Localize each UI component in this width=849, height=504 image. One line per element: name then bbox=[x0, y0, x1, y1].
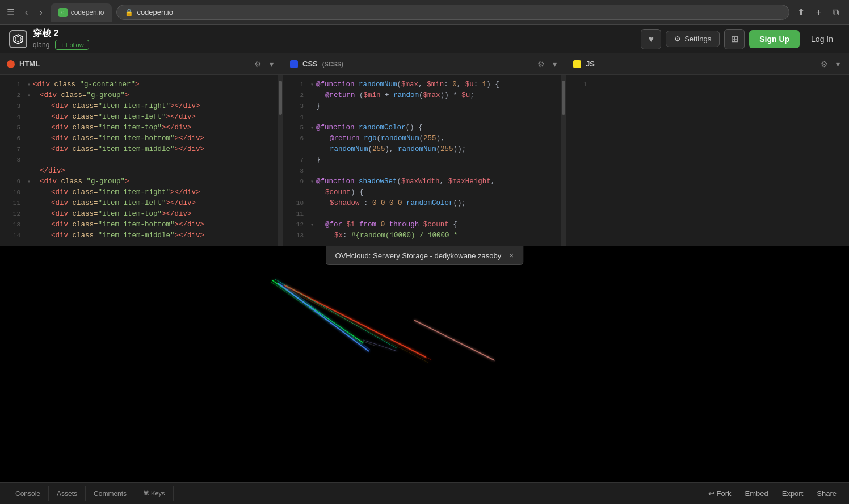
back-button[interactable]: ‹ bbox=[22, 5, 31, 20]
html-panel-header: HTML ⚙ ▾ bbox=[0, 53, 283, 75]
html-panel-title: HTML bbox=[7, 60, 40, 68]
tab-area: c codepen.io bbox=[51, 3, 112, 22]
new-tab-button[interactable]: + bbox=[813, 5, 825, 20]
svg-line-10 bbox=[275, 279, 397, 348]
code-line: 9▾<div class="g-group"> bbox=[0, 177, 283, 187]
js-code-area[interactable]: 1 bbox=[566, 75, 849, 246]
css-panel-header: CSS (SCSS) ⚙ ▾ bbox=[283, 53, 566, 75]
svg-line-4 bbox=[278, 283, 369, 351]
code-line: 5 <div class="item item-top"></div> bbox=[0, 123, 283, 133]
code-line: 10 $shadow : 0 0 0 0 randomColor(); bbox=[283, 198, 566, 209]
code-line: randomNum(255), randomNum(255)); bbox=[283, 144, 566, 155]
svg-line-9 bbox=[415, 321, 495, 361]
svg-line-11 bbox=[289, 287, 431, 360]
code-line: 3 <div class="item item-right"></div> bbox=[0, 101, 283, 112]
css-collapse-button[interactable]: ▾ bbox=[550, 58, 559, 70]
svg-marker-0 bbox=[14, 35, 23, 44]
code-line: 8 bbox=[0, 155, 283, 166]
console-tab[interactable]: Console bbox=[7, 486, 49, 501]
css-scrollbar-thumb bbox=[562, 81, 565, 115]
js-collapse-button[interactable]: ▾ bbox=[834, 58, 842, 70]
browser-chrome: ☰ ‹ › c codepen.io 🔒 codepen.io ⬆ + ⧉ bbox=[0, 0, 849, 25]
js-panel-header: JS ⚙ ▾ bbox=[566, 53, 849, 75]
code-line: 2 @return ($min + random($max)) * $u; bbox=[283, 90, 566, 101]
heart-button[interactable]: ♥ bbox=[641, 29, 661, 49]
code-line: 10 <div class="item item-right"></div> bbox=[0, 187, 283, 198]
share-button[interactable]: Share bbox=[811, 487, 842, 500]
css-settings-button[interactable]: ⚙ bbox=[535, 58, 547, 70]
tab-overview-button[interactable]: ⧉ bbox=[829, 5, 842, 20]
svg-line-3 bbox=[271, 282, 362, 345]
browser-actions: ⬆ + ⧉ bbox=[794, 5, 842, 20]
svg-line-8 bbox=[414, 320, 494, 360]
code-line: 12▾@for $i from 0 through $count { bbox=[283, 220, 566, 230]
code-line: 6 <div class="item item-bottom"></div> bbox=[0, 133, 283, 144]
share-browser-button[interactable]: ⬆ bbox=[794, 5, 808, 20]
fork-button[interactable]: ↩ Fork bbox=[703, 487, 737, 500]
code-line: 1 bbox=[566, 79, 849, 90]
embed-button[interactable]: Embed bbox=[739, 487, 774, 500]
code-line: </div> bbox=[0, 166, 283, 177]
grid-button[interactable]: ⊞ bbox=[724, 29, 745, 49]
comments-tab[interactable]: Comments bbox=[86, 486, 135, 501]
app-header: 穿梭 2 qiang + Follow ♥ ⚙ Settings ⊞ Sign … bbox=[0, 25, 849, 53]
address-bar[interactable]: 🔒 codepen.io bbox=[116, 5, 789, 20]
code-line: 11 bbox=[283, 209, 566, 220]
css-panel-title: CSS (SCSS) bbox=[290, 60, 343, 68]
html-collapse-button[interactable]: ▾ bbox=[267, 58, 276, 70]
css-indicator bbox=[290, 60, 298, 68]
logo-icon bbox=[9, 30, 27, 48]
js-panel-title: JS bbox=[573, 60, 595, 68]
html-indicator bbox=[7, 60, 15, 68]
embed-label: Embed bbox=[745, 489, 768, 498]
preview-canvas bbox=[0, 246, 849, 482]
code-line: 12 <div class="item item-top"></div> bbox=[0, 209, 283, 220]
notification-close-button[interactable]: × bbox=[509, 251, 514, 260]
editor-area: HTML ⚙ ▾ 1▾<div class="g-container"> 2▾<… bbox=[0, 53, 849, 246]
logo-area: 穿梭 2 qiang + Follow bbox=[9, 28, 641, 50]
html-settings-button[interactable]: ⚙ bbox=[252, 58, 264, 70]
assets-tab[interactable]: Assets bbox=[49, 486, 86, 501]
code-line: 13 <div class="item item-bottom"></div> bbox=[0, 220, 283, 230]
project-info: 穿梭 2 qiang + Follow bbox=[33, 28, 89, 50]
js-code-lines: 1 bbox=[566, 79, 849, 90]
html-panel: HTML ⚙ ▾ 1▾<div class="g-container"> 2▾<… bbox=[0, 53, 283, 246]
html-panel-controls: ⚙ ▾ bbox=[252, 58, 276, 70]
svg-line-5 bbox=[279, 282, 370, 350]
keys-tab[interactable]: ⌘ Keys bbox=[135, 486, 174, 501]
js-settings-button[interactable]: ⚙ bbox=[818, 58, 830, 70]
login-button[interactable]: Log In bbox=[804, 30, 840, 48]
svg-marker-1 bbox=[15, 36, 21, 42]
bottom-bar: Console Assets Comments ⌘ Keys ↩ Fork Em… bbox=[0, 482, 849, 504]
css-scrollbar[interactable] bbox=[561, 75, 566, 246]
follow-button[interactable]: + Follow bbox=[55, 40, 89, 50]
grid-icon: ⊞ bbox=[731, 33, 738, 44]
gear-icon: ⚙ bbox=[674, 35, 681, 43]
sidebar-toggle-icon[interactable]: ☰ bbox=[7, 7, 15, 18]
signup-button[interactable]: Sign Up bbox=[749, 30, 800, 48]
bottom-tabs: Console Assets Comments ⌘ Keys bbox=[7, 486, 703, 501]
code-line: 1▾@function randomNum($max, $min: 0, $u:… bbox=[283, 79, 566, 90]
settings-button[interactable]: ⚙ Settings bbox=[666, 31, 720, 47]
url-text: codepen.io bbox=[137, 8, 173, 16]
project-title: 穿梭 2 bbox=[33, 28, 89, 40]
tab-favicon: c bbox=[58, 8, 68, 17]
export-button[interactable]: Export bbox=[776, 487, 809, 500]
notification-text: OVHcloud: Serwery Storage - dedykowane z… bbox=[335, 251, 502, 260]
active-tab[interactable]: c codepen.io bbox=[51, 3, 112, 22]
html-scrollbar[interactable] bbox=[278, 75, 283, 246]
css-subtitle: (SCSS) bbox=[322, 61, 343, 68]
css-code-area[interactable]: 1▾@function randomNum($max, $min: 0, $u:… bbox=[283, 75, 566, 246]
svg-line-12 bbox=[287, 289, 428, 363]
css-code-lines: 1▾@function randomNum($max, $min: 0, $u:… bbox=[283, 79, 566, 241]
code-line: 4 <div class="item item-left"></div> bbox=[0, 112, 283, 123]
code-line: 14 <div class="item item-middle"></div> bbox=[0, 230, 283, 241]
html-code-area[interactable]: 1▾<div class="g-container"> 2▾<div class… bbox=[0, 75, 283, 246]
heart-icon: ♥ bbox=[648, 34, 654, 44]
html-code-lines: 1▾<div class="g-container"> 2▾<div class… bbox=[0, 79, 283, 241]
notification-bar: OVHcloud: Serwery Storage - dedykowane z… bbox=[326, 246, 524, 265]
preview-area: OVHcloud: Serwery Storage - dedykowane z… bbox=[0, 246, 849, 482]
forward-button[interactable]: › bbox=[36, 5, 45, 20]
code-line: 7 } bbox=[283, 155, 566, 166]
code-line: 4 bbox=[283, 112, 566, 123]
